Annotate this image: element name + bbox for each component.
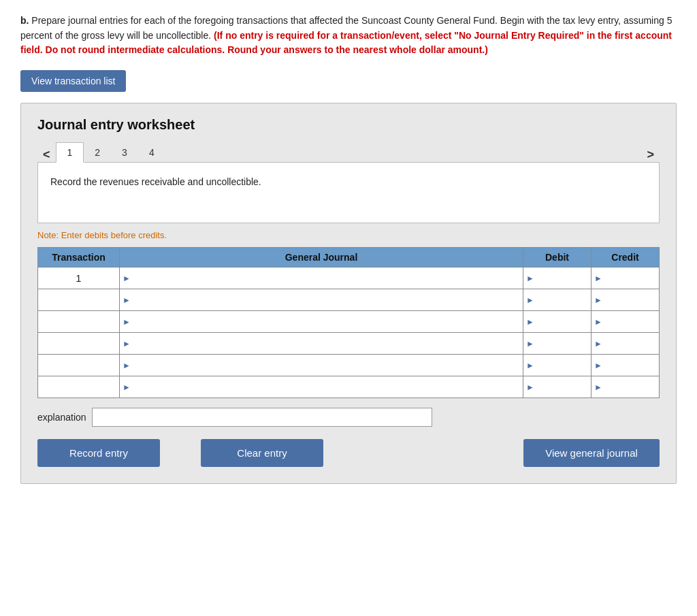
tab-2[interactable]: 2	[84, 143, 111, 162]
tab-right-arrow[interactable]: >	[641, 148, 660, 162]
cell-debit-4[interactable]: ►	[523, 333, 591, 355]
table-row: 1 ► ► ►	[38, 268, 660, 289]
cell-credit-6[interactable]: ►	[591, 376, 660, 398]
cell-debit-5[interactable]: ►	[523, 355, 591, 376]
input-credit-3[interactable]	[605, 312, 659, 332]
table-row: ► ► ►	[38, 311, 660, 333]
row-arrow-6: ►	[120, 383, 133, 392]
cell-general-journal-6[interactable]: ►	[120, 376, 523, 398]
input-debit-6[interactable]	[537, 377, 591, 398]
input-debit-3[interactable]	[537, 312, 591, 332]
cell-credit-4[interactable]: ►	[591, 333, 660, 355]
input-debit-5[interactable]	[537, 355, 591, 376]
debit-arrow-4: ►	[523, 339, 537, 348]
tab-description: Record the revenues receivable and uncol…	[50, 176, 647, 187]
cell-credit-5[interactable]: ►	[591, 355, 660, 376]
cell-credit-2[interactable]: ►	[591, 289, 660, 311]
header-credit: Credit	[591, 248, 660, 268]
input-debit-4[interactable]	[537, 334, 591, 354]
cell-transaction-6	[38, 376, 120, 398]
credit-arrow-3: ►	[591, 317, 605, 327]
worksheet-title: Journal entry worksheet	[37, 117, 660, 133]
tab-navigation-row: < 1 2 3 4 >	[37, 142, 660, 162]
header-debit: Debit	[523, 248, 591, 268]
credit-arrow-4: ►	[591, 339, 605, 348]
input-credit-1[interactable]	[605, 268, 659, 289]
tab-1[interactable]: 1	[56, 142, 84, 163]
credit-arrow-2: ►	[591, 295, 605, 305]
journal-table: Transaction General Journal Debit Credit…	[37, 247, 660, 398]
explanation-row: explanation	[37, 408, 660, 427]
cell-general-journal-4[interactable]: ►	[120, 333, 523, 355]
input-general-journal-4[interactable]	[133, 334, 523, 354]
view-general-journal-button[interactable]: View general journal	[523, 439, 660, 467]
input-credit-5[interactable]	[605, 355, 659, 376]
intro-label: b.	[20, 15, 29, 26]
record-entry-button[interactable]: Record entry	[37, 439, 160, 467]
cell-credit-3[interactable]: ►	[591, 311, 660, 333]
debit-arrow-1: ►	[523, 274, 537, 283]
input-debit-1[interactable]	[537, 268, 591, 289]
table-row: ► ► ►	[38, 355, 660, 376]
explanation-input[interactable]	[92, 408, 432, 427]
row-arrow-1: ►	[120, 274, 133, 283]
cell-debit-1[interactable]: ►	[523, 268, 591, 289]
header-general-journal: General Journal	[120, 248, 523, 268]
input-general-journal-6[interactable]	[133, 377, 523, 398]
button-row: Record entry Clear entry View general jo…	[37, 439, 660, 467]
tab-3[interactable]: 3	[111, 143, 138, 162]
input-credit-2[interactable]	[605, 290, 659, 310]
input-general-journal-2[interactable]	[133, 290, 523, 310]
explanation-label: explanation	[37, 412, 86, 423]
cell-transaction-1: 1	[38, 268, 120, 289]
debit-arrow-5: ►	[523, 361, 537, 370]
tab-content-box: Record the revenues receivable and uncol…	[37, 162, 660, 223]
intro-main-text: Prepare journal entries for each of the …	[20, 15, 672, 55]
input-credit-6[interactable]	[605, 377, 659, 398]
worksheet-container: Journal entry worksheet < 1 2 3 4 > Reco…	[20, 103, 677, 484]
cell-credit-1[interactable]: ►	[591, 268, 660, 289]
debit-arrow-3: ►	[523, 317, 537, 327]
cell-transaction-3	[38, 311, 120, 333]
debit-arrow-6: ►	[523, 383, 537, 392]
header-transaction: Transaction	[38, 248, 120, 268]
table-row: ► ► ►	[38, 289, 660, 311]
view-transaction-list-button[interactable]: View transaction list	[20, 70, 126, 92]
input-general-journal-3[interactable]	[133, 312, 523, 332]
tab-4[interactable]: 4	[138, 143, 165, 162]
input-general-journal-1[interactable]	[133, 268, 523, 289]
row-arrow-4: ►	[120, 339, 133, 348]
cell-general-journal-2[interactable]: ►	[120, 289, 523, 311]
input-credit-4[interactable]	[605, 334, 659, 354]
debit-arrow-2: ►	[523, 295, 537, 305]
row-arrow-3: ►	[120, 317, 133, 327]
clear-entry-button[interactable]: Clear entry	[201, 439, 323, 467]
credit-arrow-6: ►	[591, 383, 605, 392]
cell-transaction-5	[38, 355, 120, 376]
cell-transaction-2	[38, 289, 120, 311]
row-arrow-5: ►	[120, 361, 133, 370]
input-debit-2[interactable]	[537, 290, 591, 310]
cell-general-journal-1[interactable]: ►	[120, 268, 523, 289]
cell-general-journal-3[interactable]: ►	[120, 311, 523, 333]
intro-section: b. Prepare journal entries for each of t…	[20, 14, 677, 58]
credit-arrow-5: ►	[591, 361, 605, 370]
cell-transaction-4	[38, 333, 120, 355]
credit-arrow-1: ►	[591, 274, 605, 283]
table-row: ► ► ►	[38, 376, 660, 398]
table-row: ► ► ►	[38, 333, 660, 355]
note-text: Note: Enter debits before credits.	[37, 230, 660, 240]
row-arrow-2: ►	[120, 295, 133, 305]
input-general-journal-5[interactable]	[133, 355, 523, 376]
tab-left-arrow[interactable]: <	[37, 148, 56, 162]
cell-debit-3[interactable]: ►	[523, 311, 591, 333]
cell-debit-6[interactable]: ►	[523, 376, 591, 398]
cell-debit-2[interactable]: ►	[523, 289, 591, 311]
cell-general-journal-5[interactable]: ►	[120, 355, 523, 376]
